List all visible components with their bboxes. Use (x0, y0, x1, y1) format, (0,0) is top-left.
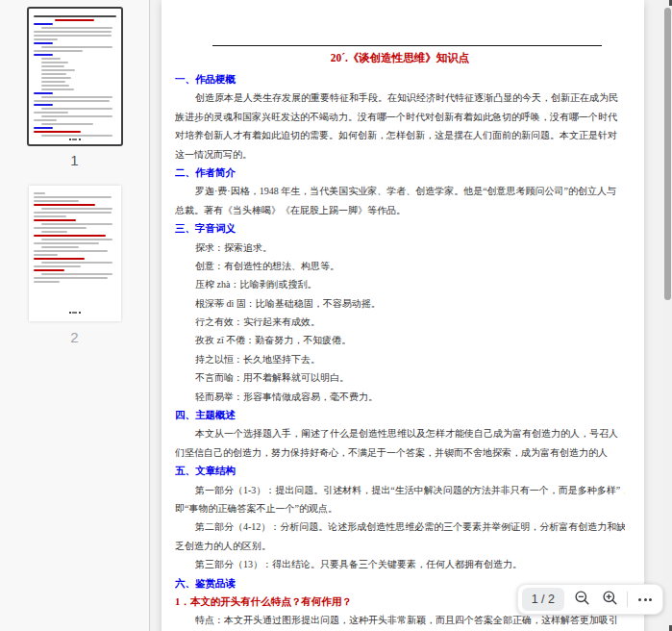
document-line: 孜孜 zī 不倦：勤奋努力，不知疲倦。 (175, 331, 625, 349)
document-line: 根深蒂 dì 固：比喻基础稳固，不容易动摇。 (175, 294, 625, 313)
document-line: 不言而喻：用不着解释就可以明白。 (175, 368, 625, 387)
document-line: 压榨 zhà：比喻剥削或搜刮。 (175, 275, 625, 293)
pdf-viewer-window: 12 20ˊ.《谈创造性思维》知识点一、作品梗概创造原本是人类生存发展的重要特征… (0, 0, 672, 631)
section-heading: 五、文章结构 (175, 462, 625, 480)
toolbar-divider (627, 592, 628, 607)
document-line: 行之有效：实行起来有成效。 (175, 313, 625, 331)
document-line: 第三部分（13）：得出结论。只要具备三个关键要素，任何人都拥有创造力。 (175, 555, 625, 573)
document-line: 第一部分（1-3）：提出问题。引述材料，提出“生活中解决问题的方法并非只有一个，… (175, 481, 625, 499)
magnifier-plus-icon (602, 590, 618, 609)
ellipsis-icon (638, 598, 652, 601)
document-page: 20ˊ.《谈创造性思维》知识点一、作品梗概创造原本是人类生存发展的重要特征和手段… (162, 0, 644, 631)
document-line: 探求：探索追求。 (175, 239, 625, 257)
thumbnail-list: 12 (0, 0, 149, 363)
section-heading: 三、字音词义 (175, 219, 625, 238)
section-heading: 二、作者简介 (175, 164, 625, 182)
thumbnail-text-line (34, 311, 116, 315)
thumbnail-sidebar: 12 (0, 0, 150, 631)
zoom-out-button[interactable] (571, 588, 592, 611)
document-line: 这一情况而写的。 (175, 145, 625, 164)
document-title: 20ˊ.《谈创造性思维》知识点 (175, 46, 625, 70)
document-line: 创意：有创造性的想法、构思等。 (175, 257, 625, 275)
more-options-button[interactable] (635, 588, 656, 611)
document-line: 第二部分（4-12）：分析问题。论述形成创造性思维必需的三个要素并举例证明，分析… (175, 517, 625, 536)
document-line: 持之以恒：长久地坚持下去。 (175, 350, 625, 368)
section-heading: 四、主题概述 (175, 406, 625, 424)
magnifier-minus-icon (574, 590, 590, 609)
page-indicator[interactable]: 1 / 2 (522, 588, 564, 611)
document-line: 总裁。著有《当头棒喝》《在屁股上踢一脚》等作品。 (175, 201, 625, 219)
document-line: 即“事物的正确答案不止一个”的观点。 (175, 499, 625, 517)
thumbnail-text-line (34, 138, 116, 141)
document-line: 创造原本是人类生存发展的重要特征和手段。在知识经济时代特征逐渐凸显的今天，创新正… (175, 88, 625, 107)
document-line: 轻而易举：形容事情做成容易，毫不费力。 (175, 388, 625, 406)
document-line: 族进步的灵魂和国家兴旺发达的不竭动力。没有哪一个时代对创新有着如此急切的呼唤，没… (175, 108, 625, 126)
scrollbar-thumb[interactable] (664, 8, 671, 300)
thumbnail-page-number: 2 (70, 329, 78, 345)
zoom-in-button[interactable] (599, 588, 620, 611)
floating-toolbar: 1 / 2 (517, 584, 663, 615)
page-thumbnail-1[interactable] (29, 9, 121, 144)
section-heading: 一、作品梗概 (175, 70, 625, 88)
document-line: 本文从一个选择题入手，阐述了什么是创造性思维以及怎样才能使自己成为富有创造力的人… (175, 424, 625, 442)
document-content: 20ˊ.《谈创造性思维》知识点一、作品梗概创造原本是人类生存发展的重要特征和手段… (162, 46, 644, 630)
document-line: 对培养创新人才有着如此迫切的需要。如何创新，怎样创新，这是摆在人们面前的新问题。… (175, 126, 625, 144)
document-line: 们坚信自己的创造力，努力保持好奇心，不满足于一个答案，并锲而不舍地探索，成为富有… (175, 443, 625, 462)
vertical-scrollbar[interactable] (663, 0, 672, 631)
page-thumbnail-2[interactable] (29, 186, 121, 321)
thumbnail-page-number: 1 (70, 152, 78, 168)
document-line: 乏创造力的人的区别。 (175, 537, 625, 555)
document-line: 罗迦·费·因格，1948 年生，当代美国实业家、学者、创造学家。他是“创意思考顾… (175, 182, 625, 200)
